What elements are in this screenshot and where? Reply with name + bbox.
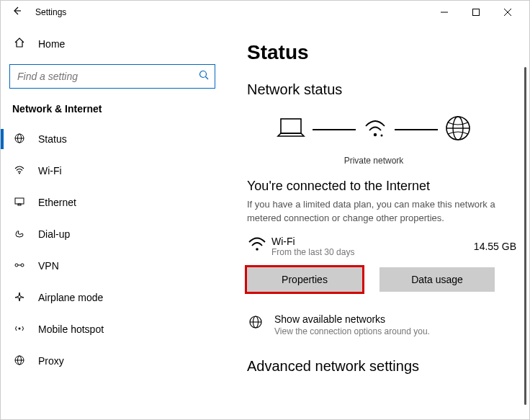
page-title: Status (247, 41, 529, 64)
scrollbar[interactable] (524, 67, 526, 405)
sidebar-item-status[interactable]: Status (1, 123, 224, 155)
search-input[interactable] (17, 71, 199, 82)
wifi-signal-icon (361, 116, 389, 143)
wifi-usage-row: Wi-Fi From the last 30 days 14.55 GB (247, 236, 529, 257)
svg-rect-11 (18, 204, 21, 205)
home-icon (12, 37, 27, 51)
svg-point-9 (19, 172, 20, 174)
search-input-wrap[interactable] (9, 64, 215, 89)
ethernet-icon (12, 196, 27, 210)
sidebar-item-label: Wi-Fi (38, 165, 62, 177)
show-available-networks[interactable]: Show available networks View the connect… (247, 313, 529, 336)
wifi-icon (12, 164, 27, 178)
wifi-icon (247, 236, 271, 257)
sidebar-nav: Status Wi-Fi Ethernet Dial-up VPN (1, 123, 224, 377)
minimize-button[interactable] (428, 1, 460, 23)
svg-point-25 (256, 248, 259, 251)
properties-button[interactable]: Properties (247, 267, 362, 292)
globe-icon (247, 313, 264, 332)
svg-line-5 (206, 77, 209, 80)
sidebar-item-label: Status (38, 133, 67, 145)
sidebar-item-label: Proxy (38, 355, 64, 367)
svg-rect-1 (473, 9, 480, 16)
laptop-icon (275, 116, 307, 143)
wifi-usage-value: 14.55 GB (474, 241, 516, 252)
sidebar-item-hotspot[interactable]: Mobile hotspot (1, 313, 224, 345)
sidebar-item-proxy[interactable]: Proxy (1, 345, 224, 377)
network-diagram (247, 111, 529, 148)
advanced-heading: Advanced network settings (247, 358, 529, 375)
search-icon (199, 70, 209, 83)
sidebar-item-label: Mobile hotspot (38, 323, 104, 335)
home-label: Home (38, 38, 65, 50)
sidebar-section-header: Network & Internet (1, 97, 224, 123)
sidebar: Home Network & Internet Status (1, 24, 224, 419)
sidebar-item-label: Dial-up (38, 228, 70, 240)
main-content: Status Network status Private network Yo… (224, 24, 529, 419)
sidebar-item-label: Airplane mode (38, 292, 103, 303)
wifi-name: Wi-Fi (271, 236, 474, 247)
hotspot-icon (12, 323, 27, 336)
available-desc: View the connection options around you. (274, 326, 430, 336)
sidebar-item-airplane[interactable]: Airplane mode (1, 282, 224, 313)
svg-point-15 (19, 327, 21, 329)
sidebar-item-vpn[interactable]: VPN (1, 250, 224, 282)
connected-description: If you have a limited data plan, you can… (247, 198, 529, 225)
globe-icon (444, 114, 472, 146)
connected-heading: You're connected to the Internet (247, 179, 529, 194)
dialup-icon (12, 228, 27, 241)
svg-point-21 (381, 135, 383, 137)
data-usage-button[interactable]: Data usage (379, 267, 495, 292)
sidebar-item-dialup[interactable]: Dial-up (1, 218, 224, 250)
svg-point-4 (200, 71, 207, 78)
proxy-icon (12, 354, 27, 368)
sidebar-item-label: VPN (38, 260, 59, 272)
status-icon (12, 133, 27, 146)
svg-point-13 (21, 264, 24, 267)
wifi-subtext: From the last 30 days (271, 247, 474, 257)
svg-rect-19 (281, 119, 301, 133)
section-network-status: Network status (247, 81, 529, 98)
window-title: Settings (35, 7, 66, 17)
close-button[interactable] (492, 1, 524, 23)
titlebar: Settings (1, 1, 529, 24)
back-button[interactable] (6, 6, 27, 19)
home-nav[interactable]: Home (1, 30, 224, 58)
available-title: Show available networks (274, 313, 430, 325)
sidebar-item-wifi[interactable]: Wi-Fi (1, 155, 224, 187)
svg-point-20 (374, 133, 377, 136)
vpn-icon (12, 259, 27, 273)
sidebar-item-label: Ethernet (38, 197, 76, 208)
airplane-icon (12, 291, 27, 305)
sidebar-item-ethernet[interactable]: Ethernet (1, 187, 224, 218)
svg-rect-10 (15, 198, 24, 204)
maximize-button[interactable] (460, 1, 492, 23)
diagram-caption: Private network (247, 148, 529, 179)
svg-point-12 (15, 264, 18, 267)
